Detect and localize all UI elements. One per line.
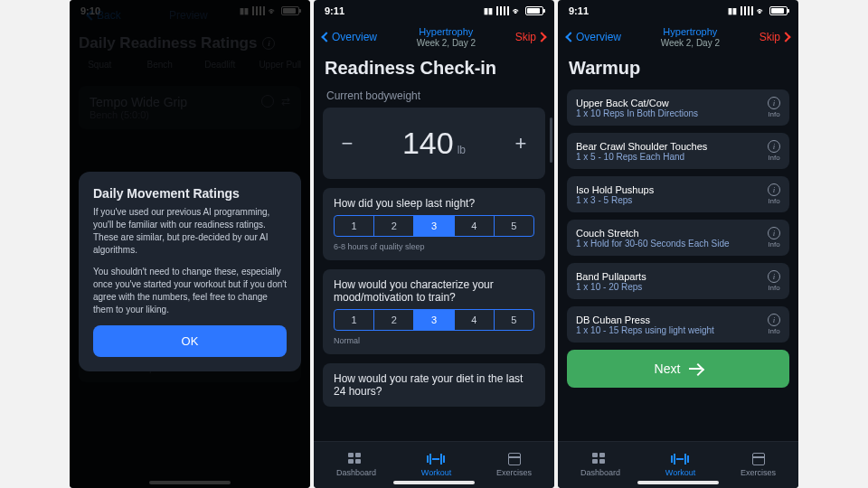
exercise-row[interactable]: Upper Back Cat/Cow1 x 10 Reps In Both Di…	[567, 89, 789, 126]
exercise-detail: 1 x Hold for 30-60 Seconds Each Side	[576, 239, 730, 249]
rating-option[interactable]: 2	[374, 310, 414, 330]
ok-button[interactable]: OK	[93, 325, 287, 357]
diet-question-card: How would you rate your diet in the last…	[323, 363, 545, 407]
rating-hint: Normal	[334, 336, 534, 345]
bodyweight-value[interactable]: 140 lb	[402, 126, 466, 161]
info-button[interactable]: iInfo	[768, 183, 780, 205]
exercise-row[interactable]: Band Pullaparts1 x 10 - 20 RepsiInfo	[567, 263, 789, 299]
decrement-button[interactable]: −	[335, 132, 359, 155]
tab-dashboard[interactable]: Dashboard	[580, 453, 620, 477]
info-icon: i	[768, 227, 780, 239]
overview-link[interactable]: Overview	[567, 31, 621, 43]
tab-workout[interactable]: Workout	[421, 453, 451, 477]
info-icon: i	[768, 97, 780, 109]
info-button[interactable]: iInfo	[768, 97, 780, 118]
exercises-icon	[752, 453, 765, 465]
rating-option[interactable]: 4	[455, 216, 495, 236]
screen-1: 9:10 ▮▮ᯤ Back Preview Daily Readiness Ra…	[70, 0, 310, 488]
skip-link[interactable]: Skip	[515, 31, 545, 43]
nav-title: Hypertrophy Week 2, Day 2	[417, 26, 476, 47]
signal-icon	[496, 6, 509, 15]
exercise-name: Upper Back Cat/Cow	[576, 98, 698, 108]
rating-option[interactable]: 1	[335, 310, 374, 330]
rating-option[interactable]: 3	[414, 310, 454, 330]
exercise-row[interactable]: DB Cuban Press1 x 10 - 15 Reps using lig…	[567, 306, 789, 343]
nav-bar: Overview Hypertrophy Week 2, Day 2 Skip	[314, 22, 554, 52]
exercise-detail: 1 x 10 Reps In Both Directions	[576, 108, 698, 118]
exercise-detail: 1 x 10 - 15 Reps using light weight	[576, 325, 714, 335]
chevron-right-icon	[536, 32, 546, 42]
rating-option[interactable]: 2	[374, 216, 414, 236]
screen-3: 9:11 ▮▮ᯤ Overview Hypertrophy Week 2, Da…	[558, 0, 798, 488]
exercise-detail: 1 x 5 - 10 Reps Each Hand	[576, 152, 707, 162]
exercise-name: Iso Hold Pushups	[576, 184, 654, 195]
info-button[interactable]: iInfo	[768, 314, 780, 335]
question-label: How did you sleep last night?	[334, 197, 534, 210]
tab-exercises[interactable]: Exercises	[496, 453, 532, 477]
rating-segmented[interactable]: 1 2 3 4 5	[334, 215, 534, 237]
skip-link[interactable]: Skip	[760, 31, 789, 43]
exercise-name: DB Cuban Press	[576, 314, 714, 325]
dashboard-icon	[592, 453, 609, 464]
tab-dashboard[interactable]: Dashboard	[336, 453, 376, 477]
increment-button[interactable]: +	[509, 132, 533, 155]
clock: 9:11	[569, 5, 589, 16]
exercise-name: Bear Crawl Shoulder Touches	[576, 141, 707, 152]
workout-icon	[428, 453, 444, 465]
info-icon: i	[768, 183, 780, 196]
exercise-row[interactable]: Couch Stretch1 x Hold for 30-60 Seconds …	[567, 220, 789, 256]
rating-option[interactable]: 5	[495, 216, 533, 236]
bodyweight-card: − 140 lb +	[323, 108, 545, 179]
info-button[interactable]: iInfo	[768, 270, 780, 292]
nav-bar: Overview Hypertrophy Week 2, Day 2 Skip	[558, 22, 798, 52]
exercise-detail: 1 x 3 - 5 Reps	[576, 195, 654, 205]
exercise-name: Couch Stretch	[576, 228, 730, 239]
home-indicator[interactable]	[637, 481, 719, 484]
rating-option[interactable]: 5	[495, 310, 533, 330]
modal-body: You shouldn't need to change these, espe…	[93, 266, 287, 316]
battery-icon	[525, 6, 543, 15]
tab-exercises[interactable]: Exercises	[741, 453, 776, 477]
rating-option[interactable]: 4	[455, 310, 495, 330]
info-icon: i	[768, 140, 780, 153]
sleep-question-card: How did you sleep last night? 1 2 3 4 5 …	[323, 188, 545, 260]
movement-ratings-modal: Daily Movement Ratings If you've used ou…	[79, 172, 301, 371]
info-button[interactable]: iInfo	[768, 140, 780, 162]
exercise-detail: 1 x 10 - 20 Reps	[576, 282, 646, 292]
question-label: How would you characterize your mood/mot…	[334, 278, 534, 304]
modal-body: If you've used our previous AI programmi…	[93, 206, 287, 257]
question-label: How would you rate your diet in the last…	[334, 372, 534, 398]
exercises-icon	[508, 453, 521, 465]
info-button[interactable]: iInfo	[768, 227, 780, 249]
screen-2: 9:11 ▮▮ᯤ Overview Hypertrophy Week 2, Da…	[314, 0, 554, 488]
chevron-left-icon	[321, 32, 331, 42]
clock: 9:11	[325, 5, 344, 16]
exercise-name: Band Pullaparts	[576, 271, 646, 282]
arrow-right-icon	[689, 368, 702, 370]
rating-hint: 6-8 hours of quality sleep	[334, 242, 534, 251]
dashboard-icon	[348, 453, 364, 464]
rating-option[interactable]: 3	[414, 216, 454, 236]
overview-link[interactable]: Overview	[323, 31, 377, 43]
nav-title: Hypertrophy Week 2, Day 2	[661, 26, 720, 47]
tab-workout[interactable]: Workout	[665, 453, 695, 477]
bodyweight-label: Current bodyweight	[326, 89, 542, 102]
exercise-row[interactable]: Bear Crawl Shoulder Touches1 x 5 - 10 Re…	[567, 133, 789, 169]
info-icon: i	[768, 314, 780, 326]
signal-icon	[741, 6, 753, 15]
modal-title: Daily Movement Ratings	[93, 186, 287, 201]
rating-option[interactable]: 1	[335, 216, 374, 236]
rating-segmented[interactable]: 1 2 3 4 5	[334, 309, 534, 331]
scrollbar[interactable]	[550, 117, 552, 163]
chevron-right-icon	[780, 32, 790, 42]
page-title: Warmup	[569, 58, 788, 79]
info-icon: i	[768, 270, 780, 283]
exercise-row[interactable]: Iso Hold Pushups1 x 3 - 5 RepsiInfo	[567, 176, 789, 212]
page-title: Readiness Check-in	[325, 58, 543, 79]
status-bar: 9:11 ▮▮ᯤ	[314, 0, 554, 22]
mood-question-card: How would you characterize your mood/mot…	[323, 269, 545, 354]
next-button[interactable]: Next	[567, 350, 789, 388]
status-bar: 9:11 ▮▮ᯤ	[558, 0, 798, 22]
home-indicator[interactable]	[393, 481, 475, 484]
chevron-left-icon	[565, 32, 575, 42]
